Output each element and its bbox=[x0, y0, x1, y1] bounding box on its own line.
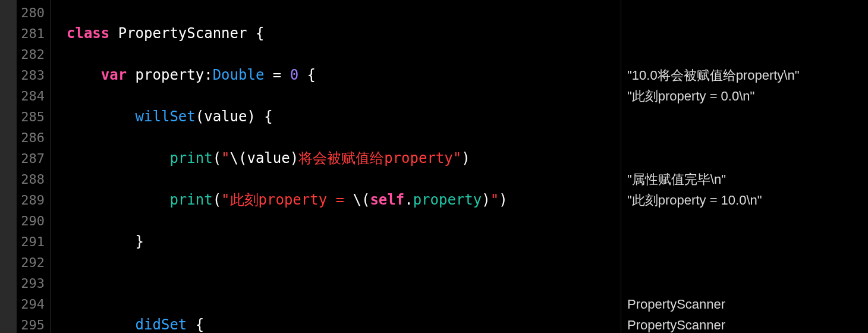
result-row bbox=[627, 148, 868, 169]
fn-print: print bbox=[169, 150, 212, 166]
string-quote: " bbox=[221, 191, 229, 208]
line-number: 295 bbox=[17, 315, 45, 333]
string-interp-close: ) bbox=[290, 150, 298, 166]
result-row: "10.0将会被赋值给property\n" bbox=[627, 65, 868, 86]
result-row bbox=[627, 2, 868, 23]
string-quote: " bbox=[453, 150, 461, 166]
paren-close: ) bbox=[499, 191, 507, 208]
result-row bbox=[627, 127, 868, 148]
result-row bbox=[627, 252, 868, 273]
line-number: 281 bbox=[17, 23, 45, 44]
keyword-self: self bbox=[370, 191, 404, 208]
brace-close: } bbox=[136, 233, 144, 250]
paren-close-brace: ) { bbox=[247, 108, 272, 125]
class-name: PropertyScanner bbox=[109, 25, 247, 42]
line-number: 292 bbox=[17, 252, 45, 273]
result-row bbox=[627, 106, 868, 127]
result-row: "属性赋值完毕\n" bbox=[627, 169, 868, 190]
result-row bbox=[627, 211, 868, 231]
result-row: "此刻property = 0.0\n" bbox=[627, 86, 868, 106]
brace: { bbox=[187, 316, 204, 333]
string-literal: 将会被赋值给property bbox=[298, 150, 453, 166]
brace: { bbox=[247, 25, 264, 42]
line-number: 291 bbox=[17, 231, 45, 252]
line-number-gutter: 280 281 282 283 284 285 286 287 288 289 … bbox=[17, 0, 51, 333]
line-number: 294 bbox=[17, 294, 45, 315]
result-row bbox=[627, 23, 868, 44]
line-number: 282 bbox=[17, 44, 45, 65]
keyword-didset: didSet bbox=[136, 316, 187, 333]
results-sidebar[interactable]: "10.0将会被赋值给property\n" "此刻property = 0.0… bbox=[621, 0, 868, 333]
string-interp-open: \( bbox=[230, 150, 247, 166]
line-number: 285 bbox=[17, 106, 45, 127]
paren-open: ( bbox=[213, 150, 221, 166]
line-number: 287 bbox=[17, 148, 45, 169]
line-number: 293 bbox=[17, 273, 45, 294]
result-row: PropertyScanner bbox=[627, 315, 868, 333]
parameter: value bbox=[204, 108, 247, 125]
property-name: property bbox=[136, 67, 205, 83]
result-row: PropertyScanner bbox=[627, 294, 868, 315]
line-number: 286 bbox=[17, 127, 45, 148]
line-number: 288 bbox=[17, 169, 45, 190]
string-quote: " bbox=[490, 191, 499, 208]
dot: . bbox=[404, 191, 413, 208]
keyword-class: class bbox=[67, 25, 109, 42]
line-number: 290 bbox=[17, 211, 45, 231]
result-row bbox=[627, 273, 868, 294]
result-row: "此刻property = 10.0\n" bbox=[627, 190, 868, 211]
line-number: 283 bbox=[17, 65, 45, 86]
fn-print: print bbox=[169, 191, 212, 208]
result-row bbox=[627, 44, 868, 65]
string-quote: " bbox=[221, 150, 229, 166]
paren-close: ) bbox=[461, 150, 470, 166]
result-row bbox=[627, 231, 868, 252]
line-number: 289 bbox=[17, 190, 45, 211]
brace: { bbox=[298, 67, 316, 83]
string-literal: 此刻property = bbox=[230, 191, 353, 208]
keyword-var: var bbox=[101, 67, 127, 83]
keyword-willset: willSet bbox=[136, 108, 196, 125]
line-number: 284 bbox=[17, 86, 45, 106]
paren-open: ( bbox=[213, 191, 221, 208]
property-ref: property bbox=[413, 191, 482, 208]
code-editor: 280 281 282 283 284 285 286 287 288 289 … bbox=[0, 0, 868, 333]
string-interp-open: \( bbox=[353, 191, 370, 208]
type-double: Double bbox=[213, 67, 265, 83]
line-number: 280 bbox=[17, 2, 45, 23]
equals: = bbox=[264, 67, 290, 83]
code-text-area[interactable]: class PropertyScanner { var property:Dou… bbox=[51, 0, 621, 333]
paren-open: ( bbox=[196, 108, 204, 125]
identifier: value bbox=[247, 150, 290, 166]
colon: : bbox=[204, 67, 212, 83]
string-interp-close: ) bbox=[482, 191, 490, 208]
breakpoint-margin[interactable] bbox=[0, 0, 17, 333]
number-literal: 0 bbox=[290, 67, 298, 83]
